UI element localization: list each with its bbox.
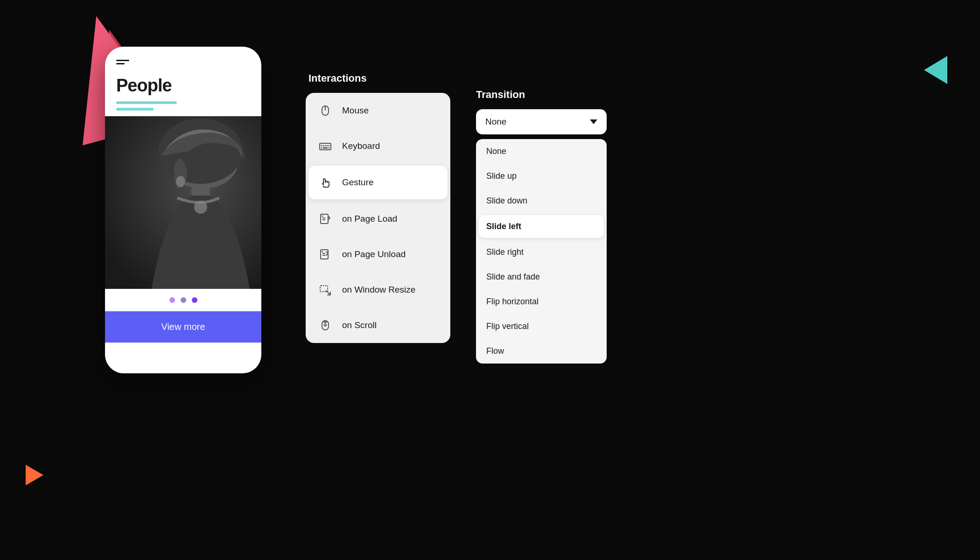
transition-option-flow[interactable]: Flow	[476, 339, 607, 364]
phone-title: People	[105, 72, 261, 101]
transition-options-list: None Slide up Slide down Slide left Slid…	[476, 139, 607, 364]
interaction-label-window-resize: on Window Resize	[342, 285, 415, 295]
portrait-svg	[105, 116, 261, 289]
svg-point-6	[194, 201, 207, 214]
phone-lines	[105, 101, 261, 116]
transition-dropdown[interactable]: None	[476, 109, 607, 134]
interaction-label-scroll: on Scroll	[342, 320, 377, 330]
phone-header	[105, 47, 261, 72]
triangle-orange-decor	[26, 465, 43, 485]
phone-line-1	[116, 101, 177, 104]
phone-image	[105, 116, 261, 289]
transition-option-flip-horizontal[interactable]: Flip horizontal	[476, 289, 607, 314]
interactions-list: Mouse Keyboard	[306, 93, 450, 343]
page-load-icon	[318, 211, 333, 226]
dot-3	[192, 297, 197, 303]
interaction-label-page-unload: on Page Unload	[342, 249, 406, 259]
svg-rect-27	[322, 321, 329, 330]
svg-point-5	[176, 176, 185, 187]
phone-cta-label: View more	[161, 322, 205, 332]
page-unload-icon	[318, 247, 333, 262]
transition-panel: Transition None None Slide up Slide down…	[476, 89, 607, 364]
interaction-label-keyboard: Keyboard	[342, 141, 380, 151]
svg-rect-9	[320, 143, 331, 150]
interaction-label-gesture: Gesture	[342, 177, 374, 188]
transition-option-slide-up[interactable]: Slide up	[476, 164, 607, 189]
dot-2	[181, 297, 186, 303]
interaction-label-page-load: on Page Load	[342, 214, 397, 224]
interactions-panel: Interactions Mouse	[306, 72, 450, 343]
triangle-cyan-decor	[924, 56, 947, 84]
scroll-icon	[318, 318, 333, 333]
gesture-icon	[318, 175, 333, 190]
interaction-item-page-load[interactable]: on Page Load	[306, 201, 450, 237]
window-resize-icon	[318, 282, 333, 297]
dot-1	[169, 297, 175, 303]
interactions-title: Interactions	[306, 72, 450, 84]
interaction-item-gesture[interactable]: Gesture	[308, 166, 448, 199]
hamburger-icon	[116, 60, 129, 64]
svg-line-32	[325, 325, 327, 326]
transition-option-none[interactable]: None	[476, 139, 607, 164]
transition-option-flip-vertical[interactable]: Flip vertical	[476, 314, 607, 339]
interaction-item-window-resize[interactable]: on Window Resize	[306, 272, 450, 308]
transition-option-slide-left[interactable]: Slide left	[479, 215, 604, 238]
transition-title: Transition	[476, 89, 607, 101]
transition-option-slide-down[interactable]: Slide down	[476, 189, 607, 213]
phone-line-2	[116, 108, 154, 111]
transition-current-value: None	[485, 117, 506, 127]
interaction-item-scroll[interactable]: on Scroll	[306, 308, 450, 343]
interaction-item-mouse[interactable]: Mouse	[306, 93, 450, 128]
transition-option-slide-fade[interactable]: Slide and fade	[476, 265, 607, 289]
svg-rect-18	[321, 214, 328, 224]
interaction-item-keyboard[interactable]: Keyboard	[306, 128, 450, 164]
transition-option-slide-right[interactable]: Slide right	[476, 240, 607, 265]
phone-cta[interactable]: View more	[105, 311, 261, 343]
keyboard-icon	[318, 139, 333, 154]
interaction-item-page-unload[interactable]: on Page Unload	[306, 237, 450, 272]
chevron-down-icon	[590, 119, 597, 124]
interaction-label-mouse: Mouse	[342, 105, 369, 116]
phone-mockup: People	[105, 47, 261, 373]
mouse-icon	[318, 103, 333, 118]
phone-dots	[105, 289, 261, 311]
